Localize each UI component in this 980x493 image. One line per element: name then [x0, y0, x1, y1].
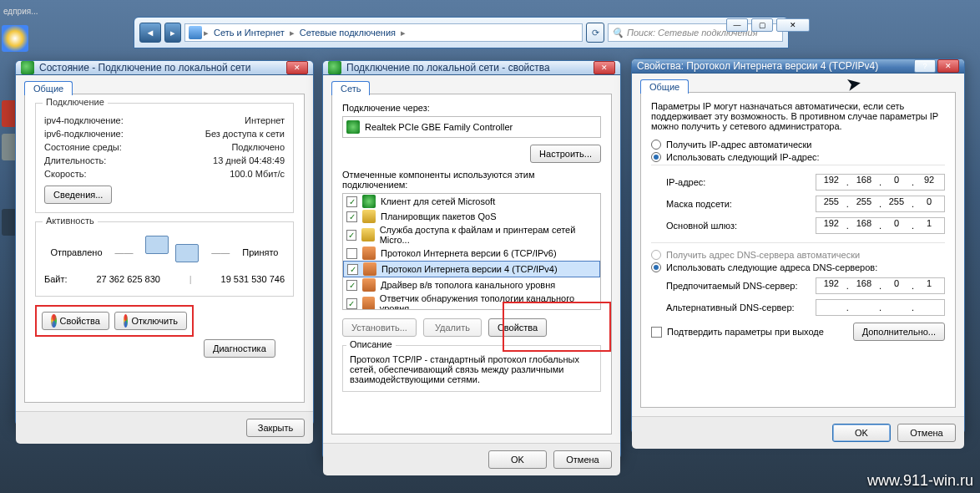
- ipv4-title: Свойства: Протокол Интернета версии 4 (T…: [637, 60, 914, 72]
- explorer-minimize-button[interactable]: —: [726, 18, 748, 32]
- diagnostics-button[interactable]: Диагностика: [204, 339, 275, 358]
- qos-icon: [362, 210, 376, 223]
- checkbox[interactable]: [346, 280, 357, 291]
- chrome-icon[interactable]: [2, 25, 28, 52]
- shield-icon: [124, 314, 129, 328]
- fileshare-icon: [361, 228, 374, 241]
- ip-address-label: IP-адрес:: [666, 177, 705, 187]
- adapter-icon: [346, 120, 360, 134]
- status-title: Состояние - Подключение по локальной сет…: [39, 62, 286, 74]
- ip-address-input[interactable]: 192.168.0.92: [816, 174, 945, 191]
- list-item[interactable]: Клиент для сетей Microsoft: [343, 194, 600, 209]
- radio-auto-ip[interactable]: Получить IP-адрес автоматически: [651, 140, 945, 150]
- driver-icon: [362, 278, 376, 292]
- checkbox[interactable]: [346, 298, 357, 309]
- responder-icon: [362, 297, 375, 310]
- item-properties-button[interactable]: Свойства: [488, 318, 547, 337]
- refresh-button[interactable]: ⟳: [586, 23, 604, 43]
- connect-via-label: Подключение через:: [342, 103, 601, 113]
- breadcrumb[interactable]: ▸ Сеть и Интернет ▸ Сетевые подключения …: [184, 23, 583, 42]
- dns1-input[interactable]: 192.168.0.1: [816, 277, 945, 294]
- ipv4-label: ipv4-подключение:: [44, 115, 124, 125]
- list-item-label: Протокол Интернета версии 6 (TCP/IPv6): [381, 248, 557, 258]
- monitors-icon: [145, 236, 199, 269]
- close-button[interactable]: ✕: [594, 61, 615, 74]
- components-list[interactable]: Клиент для сетей Microsoft Планировщик п…: [342, 193, 601, 310]
- bytes-sent: 27 362 625 830: [96, 274, 159, 284]
- radio-manual-dns[interactable]: Использовать следующие адреса DNS-сервер…: [651, 262, 945, 272]
- group-activity-title: Активность: [43, 216, 98, 226]
- explorer-maximize-button[interactable]: ▢: [751, 18, 773, 32]
- subnet-mask-input[interactable]: 255.255.255.0: [816, 196, 945, 212]
- shield-icon: [51, 314, 57, 328]
- advanced-button[interactable]: Дополнительно...: [853, 323, 945, 341]
- nav-back-button[interactable]: ◄: [139, 23, 161, 43]
- list-item-label: Протокол Интернета версии 4 (TCP/IPv4): [381, 264, 558, 274]
- install-button[interactable]: Установить...: [342, 318, 417, 337]
- watermark: www.911-win.ru: [867, 472, 973, 490]
- confirm-checkbox[interactable]: [651, 327, 662, 338]
- checkbox[interactable]: [346, 211, 357, 222]
- checkbox[interactable]: [346, 230, 356, 241]
- spd-label: Скорость:: [44, 169, 87, 179]
- crumb-2[interactable]: Сетевые подключения: [296, 28, 399, 38]
- ipv6-label: ipv6-подключение:: [44, 129, 124, 139]
- tab-general[interactable]: Общие: [24, 81, 73, 95]
- list-item[interactable]: Драйвер в/в тополога канального уровня: [343, 277, 600, 292]
- radio-auto-dns: Получить адрес DNS-сервера автоматически: [651, 250, 945, 260]
- dns2-input[interactable]: ...: [816, 299, 945, 316]
- tab-network[interactable]: Сеть: [331, 81, 370, 95]
- description-title: Описание: [346, 339, 396, 349]
- ok-button[interactable]: OK: [832, 424, 891, 442]
- recv-label: Принято: [242, 247, 278, 257]
- cancel-button[interactable]: Отмена: [897, 424, 956, 442]
- checkbox[interactable]: [346, 196, 357, 207]
- uninstall-button[interactable]: Удалить: [423, 318, 482, 337]
- list-item-ipv4[interactable]: Протокол Интернета версии 4 (TCP/IPv4): [343, 261, 600, 277]
- list-item[interactable]: Планировщик пакетов QoS: [343, 209, 600, 224]
- cancel-button[interactable]: Отмена: [553, 450, 612, 469]
- list-item-label: Планировщик пакетов QoS: [381, 211, 497, 221]
- network-icon: [189, 26, 202, 39]
- configure-button[interactable]: Настроить...: [530, 145, 601, 163]
- checkbox[interactable]: [346, 248, 357, 259]
- gateway-input[interactable]: 192.168.0.1: [816, 217, 945, 234]
- connection-properties-dialog: Подключение по локальной сети - свойства…: [322, 60, 621, 460]
- nav-fwd-button[interactable]: ▸: [164, 23, 181, 43]
- spd-value: 100.0 Мбит/c: [230, 169, 285, 179]
- env-label: Состояние среды:: [44, 142, 122, 152]
- list-item[interactable]: Ответчик обнаружения топологии канальног…: [343, 292, 600, 310]
- group-connection-title: Подключение: [43, 97, 108, 107]
- bytes-recv: 19 531 530 746: [221, 274, 285, 284]
- list-item-label: Ответчик обнаружения топологии канальног…: [380, 293, 597, 310]
- ok-button[interactable]: OK: [488, 450, 547, 469]
- client-icon: [362, 195, 376, 208]
- explorer-close-button[interactable]: ✕: [776, 18, 810, 32]
- radio-label: Получить адрес DNS-сервера автоматически: [666, 250, 860, 260]
- close-button[interactable]: ✕: [286, 61, 308, 74]
- tab-general[interactable]: Общие: [640, 79, 689, 94]
- ipv4-titlebar[interactable]: Свойства: Протокол Интернета версии 4 (T…: [632, 59, 964, 74]
- ipv4-intro-text: Параметры IP могут назначаться автоматич…: [651, 101, 945, 131]
- sent-label: Отправлено: [50, 247, 102, 257]
- protocol-icon: [362, 246, 376, 260]
- components-label: Отмеченные компоненты используются этим …: [342, 170, 601, 190]
- props-titlebar[interactable]: Подключение по локальной сети - свойства…: [323, 61, 620, 75]
- list-item-label: Служба доступа к файлам и принтерам сете…: [380, 225, 597, 245]
- checkbox[interactable]: [347, 264, 358, 275]
- gateway-label: Основной шлюз:: [666, 221, 737, 231]
- details-button[interactable]: Сведения...: [44, 186, 112, 204]
- crumb-1[interactable]: Сеть и Интернет: [210, 28, 288, 38]
- close-dialog-button[interactable]: Закрыть: [246, 419, 305, 437]
- list-item[interactable]: Протокол Интернета версии 6 (TCP/IPv6): [343, 246, 600, 261]
- list-item[interactable]: Служба доступа к файлам и принтерам сете…: [343, 224, 600, 246]
- status-titlebar[interactable]: Состояние - Подключение по локальной сет…: [16, 61, 313, 75]
- disable-button[interactable]: Отключить: [114, 312, 187, 330]
- properties-button[interactable]: Свойства: [42, 312, 109, 330]
- radio-label: Использовать следующие адреса DNS-сервер…: [666, 262, 877, 272]
- radio-manual-ip[interactable]: Использовать следующий IP-адрес:: [651, 152, 945, 162]
- help-button[interactable]: ?: [914, 59, 936, 73]
- explorer-window-controls: — ▢ ✕: [726, 18, 810, 32]
- ipv4-value: Интернет: [245, 115, 285, 125]
- close-button[interactable]: ✕: [937, 59, 959, 73]
